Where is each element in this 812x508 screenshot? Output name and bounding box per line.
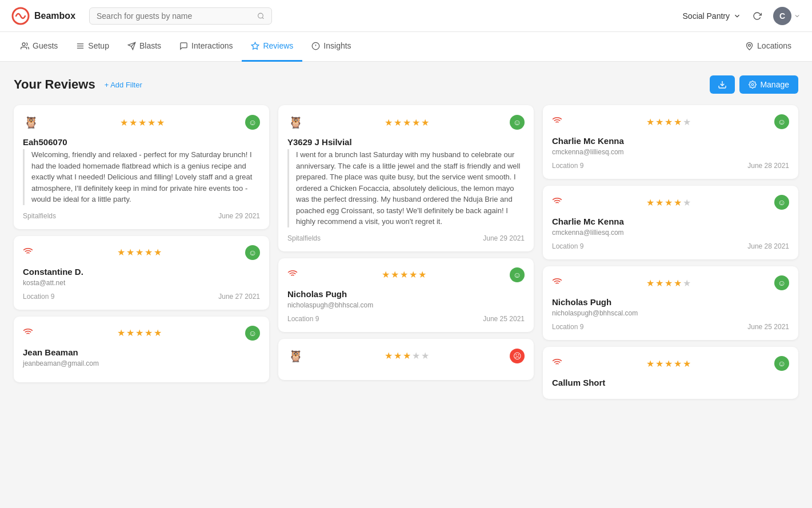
add-filter-button[interactable]: + Add Filter [105,81,142,89]
star-3: ★ [403,350,411,361]
star-3: ★ [665,358,673,369]
card-header: ★ ★ ★ ★ ★ ☺ [23,245,260,260]
nav-label-setup: Setup [88,41,109,50]
card-footer: Spitalfields June 29 2021 [23,212,260,220]
star-4: ★ [145,327,153,338]
review-location: Location 9 [287,315,319,323]
main-content: Your Reviews + Add Filter Manage 🦉 ★ ★ [0,62,812,508]
star-4: ★ [674,358,682,369]
nav-label-blasts: Blasts [139,41,161,50]
avatar-button[interactable]: C [773,7,791,25]
tripadvisor-icon: 🦉 [287,348,303,364]
guest-name: Nicholas Pugh [287,289,525,299]
review-card: 🦉 ★ ★ ★ ★ ★ ☹ [278,339,534,380]
nav-item-reviews[interactable]: Reviews [242,32,302,62]
nav-item-interactions[interactable]: Interactions [170,32,242,62]
card-header: 🦉 ★ ★ ★ ★ ★ ☹ [287,348,525,364]
guest-name: Nicholas Pugh [552,297,789,307]
nav-label-interactions: Interactions [191,41,233,50]
review-date: June 28 2021 [747,162,789,170]
sentiment-positive-icon: ☺ [245,245,260,260]
star-rating: ★ ★ ★ ★ ★ [646,358,691,369]
star-1: ★ [646,197,654,208]
sentiment-positive-icon: ☺ [774,275,789,290]
header-right: Social Pantry C [683,7,801,25]
star-4: ★ [674,117,682,127]
guest-email: cmckenna@lilliesq.com [552,148,789,156]
star-4: ★ [674,278,682,289]
locations-icon [745,42,754,50]
nav-item-locations[interactable]: Locations [736,32,801,62]
reviews-columns: 🦉 ★ ★ ★ ★ ★ ☺ Eah506070 Welcoming, frien… [14,105,798,406]
card-footer: Location 9 June 25 2021 [287,315,525,323]
manage-button[interactable]: Manage [739,75,798,94]
reviews-icon [251,42,259,50]
star-rating: ★ ★ ★ ★ ★ [646,197,691,208]
star-rating: ★ ★ ★ ★ ★ [117,327,162,338]
star-3: ★ [403,117,411,128]
star-5: ★ [683,278,691,289]
nav-item-guests[interactable]: Guests [11,32,67,62]
wifi-icon [23,327,33,339]
star-rating: ★ ★ ★ ★ ★ [385,117,429,128]
star-5: ★ [683,197,691,208]
guest-email: nicholaspugh@bhhscal.com [287,301,525,309]
venue-selector[interactable]: Social Pantry [683,11,741,21]
svg-line-2 [262,17,263,18]
column-1: 🦉 ★ ★ ★ ★ ★ ☺ Eah506070 Welcoming, frien… [14,105,269,406]
star-1: ★ [120,117,128,128]
card-header: ★ ★ ★ ★ ★ ☺ [287,267,525,282]
card-footer: Location 9 June 28 2021 [552,242,789,250]
star-4: ★ [147,117,155,128]
star-2: ★ [394,350,402,361]
star-1: ★ [385,117,393,128]
card-header: 🦉 ★ ★ ★ ★ ★ ☺ [287,114,525,130]
gear-icon [749,81,757,89]
tripadvisor-icon: 🦉 [287,114,303,130]
logo-area: Beambox [11,7,80,25]
star-1: ★ [646,278,654,289]
nav-item-setup[interactable]: Setup [67,32,118,62]
guests-icon [21,42,29,50]
interactions-icon [179,42,188,50]
search-input[interactable] [97,11,253,21]
nav-item-insights[interactable]: Insights [302,32,360,62]
star-1: ★ [117,247,125,258]
star-rating: ★ ★ ★ ★ ★ [385,350,429,361]
star-2: ★ [655,358,663,369]
card-footer: Location 9 June 28 2021 [552,162,789,170]
review-location: Location 9 [23,293,54,301]
refresh-button[interactable] [748,7,766,25]
guest-name: Charlie Mc Kenna [552,217,789,226]
nav-label-insights: Insights [323,41,351,50]
nav-label-reviews: Reviews [263,41,293,50]
sentiment-positive-icon: ☺ [774,114,789,129]
svg-marker-9 [252,42,259,49]
page-actions: Manage [710,75,798,94]
review-date: June 25 2021 [483,315,525,323]
review-date: June 29 2021 [218,212,260,220]
beambox-logo-icon [11,7,30,25]
download-button[interactable] [710,75,735,94]
star-2: ★ [126,247,134,258]
star-3: ★ [665,278,673,289]
star-2: ★ [394,117,402,128]
review-location: Location 9 [552,242,583,250]
star-rating: ★ ★ ★ ★ ★ [646,278,691,289]
guest-email: cmckenna@lilliesq.com [552,229,789,237]
star-4: ★ [412,117,420,128]
header: Beambox Social Pantry C [0,0,812,32]
star-4: ★ [674,197,682,208]
nav-item-blasts[interactable]: Blasts [118,32,170,62]
star-5: ★ [421,117,429,128]
page-title: Your Reviews [14,77,95,92]
star-rating: ★ ★ ★ ★ ★ [382,269,426,280]
star-5: ★ [683,117,691,127]
star-3: ★ [135,327,143,338]
logo-text: Beambox [34,11,75,21]
star-1: ★ [646,117,654,127]
star-2: ★ [391,269,399,280]
avatar-dropdown[interactable]: C [773,7,801,25]
review-card: ★ ★ ★ ★ ★ ☺ Nicholas Pugh nicholaspugh@b… [543,266,798,340]
guest-name: Y3629 J Hsilvial [287,137,525,147]
